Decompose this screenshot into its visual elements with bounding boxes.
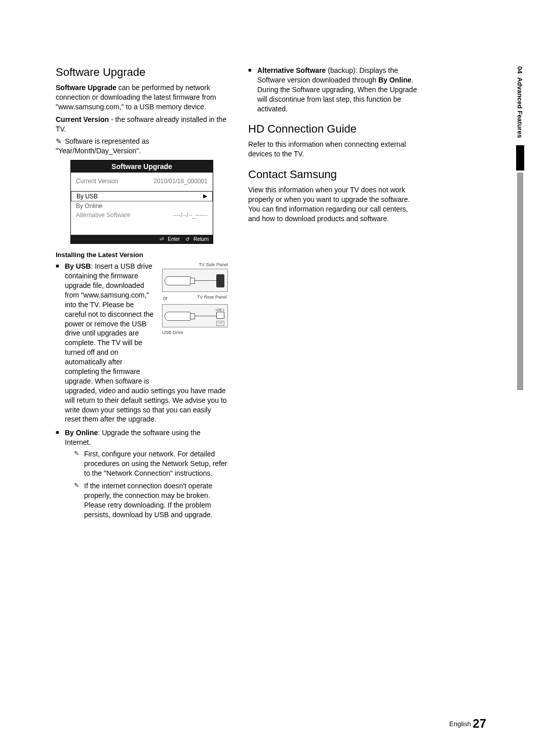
diagram-or-label: or <box>163 295 168 302</box>
right-column: Alternative Software (backup): Displays … <box>248 66 420 523</box>
diagram-drive-label: USB Drive <box>162 329 228 335</box>
menu-by-usb-label: By USB <box>76 193 98 200</box>
menu-alt-value: ----/--/--_------ <box>173 212 208 219</box>
enter-label[interactable]: Enter <box>168 236 180 242</box>
usb1-label: USB 1 <box>216 308 224 312</box>
chapter-marker-black <box>516 145 524 171</box>
usb-diagram: TV Side Panel or TV Rear Panel <box>162 262 228 335</box>
chapter-marker-grey <box>517 173 523 390</box>
menu-current-version-row: Current Version 2010/01/18_000001 <box>76 177 208 186</box>
alt-software-label: Alternative Software <box>257 66 326 74</box>
current-version-bold: Current Version <box>56 115 109 123</box>
menu-alt-label: Alternative Software <box>76 212 130 219</box>
menu-body: Current Version 2010/01/18_000001 By USB… <box>71 173 213 235</box>
usb-tip-icon <box>190 313 195 319</box>
connection-line-icon <box>195 280 217 281</box>
menu-by-usb[interactable]: By USB ▶ <box>71 191 213 201</box>
note-icon: ✎ <box>56 137 63 146</box>
chapter-title: Advanced Features <box>516 77 524 138</box>
heading-software-upgrade: Software Upgrade <box>56 66 228 79</box>
usb-drive-icon <box>165 312 191 321</box>
footer-language: English <box>449 720 471 728</box>
diagram-rear-label: TV Rear Panel <box>197 294 227 303</box>
usb-drive-icon <box>165 276 191 285</box>
note-connection-broken: If the internet connection doesn't opera… <box>74 481 228 520</box>
note-version-text: Software is represented as "Year/Month/D… <box>56 137 149 155</box>
enter-icon: ⏎ <box>160 236 164 242</box>
software-upgrade-bold: Software Upgrade <box>56 83 116 92</box>
left-column: Software Upgrade Software Upgrade can be… <box>56 66 228 523</box>
usb-tip-icon <box>190 278 195 284</box>
lan-port-icon: LAN <box>216 321 224 326</box>
diagram-rear-panel: USB 1 LAN <box>162 304 228 327</box>
menu-footer: ⏎Enter ↺Return <box>71 235 213 243</box>
heading-contact-samsung: Contact Samsung <box>248 168 420 181</box>
by-online-bold: By Online <box>378 76 411 84</box>
by-usb-text-2: upgraded, video and audio settings you h… <box>65 387 227 424</box>
current-version-line: Current Version - the software already i… <box>56 115 228 134</box>
software-upgrade-menu: Software Upgrade Current Version 2010/01… <box>70 160 213 244</box>
bullet-alternative-software: Alternative Software (backup): Displays … <box>248 66 420 113</box>
by-online-label: By Online <box>65 429 98 437</box>
heading-hd-connection: HD Connection Guide <box>248 122 420 136</box>
subhead-install-latest: Installing the Latest Version <box>56 251 228 259</box>
usb-port-icon <box>216 274 224 287</box>
usb-port-icon <box>216 312 224 319</box>
menu-by-online[interactable]: By Online <box>76 201 208 211</box>
hd-connection-text: Refer to this information when connectin… <box>248 140 420 159</box>
page-footer: English 27 <box>449 717 486 731</box>
note-version-format: ✎ Software is represented as "Year/Month… <box>56 137 228 156</box>
return-icon: ↺ <box>185 236 189 242</box>
play-icon: ▶ <box>203 193 207 200</box>
menu-current-version-value: 2010/01/18_000001 <box>153 178 208 185</box>
diagram-side-panel <box>162 269 228 292</box>
menu-title: Software Upgrade <box>71 160 213 173</box>
menu-current-version-label: Current Version <box>76 178 118 185</box>
menu-alternative-software[interactable]: Alternative Software ----/--/--_------ <box>76 211 208 220</box>
bullet-by-online: By Online: Upgrade the software using th… <box>56 428 228 519</box>
by-usb-text-1: : Insert a USB drive containing the firm… <box>65 262 153 385</box>
bullet-by-usb: By USB: Insert a USB drive containing th… <box>56 262 228 424</box>
connection-line-icon <box>195 316 217 316</box>
footer-page-number: 27 <box>473 717 486 730</box>
chapter-tab: 04 Advanced Features <box>515 63 526 390</box>
note-configure-network: First, configure your network. For detai… <box>74 449 228 478</box>
return-label[interactable]: Return <box>193 236 209 242</box>
software-upgrade-intro: Software Upgrade can be performed by net… <box>56 83 228 112</box>
chapter-number: 04 <box>516 66 524 73</box>
chapter-tab-label: 04 Advanced Features <box>515 63 525 143</box>
by-usb-label: By USB <box>65 262 91 270</box>
diagram-side-label: TV Side Panel <box>162 262 228 268</box>
contact-samsung-text: View this information when your TV does … <box>248 185 420 224</box>
